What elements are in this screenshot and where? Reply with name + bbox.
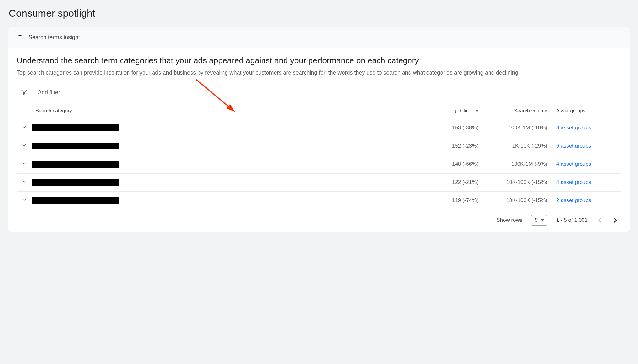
table-row: 122 (-21%) 10K-100K (-15%) 4 asset group… (17, 174, 621, 192)
asset-groups-link[interactable]: 4 asset groups (556, 161, 591, 167)
redacted-category (32, 179, 119, 186)
expand-row-icon[interactable] (21, 179, 27, 186)
rows-per-page-select[interactable]: 5 (531, 215, 547, 226)
search-terms-table: Search category ↓ Clic… Search volume As… (17, 103, 621, 210)
rows-per-page-value: 5 (535, 217, 537, 223)
asset-groups-link[interactable]: 3 asset groups (556, 125, 591, 131)
cell-volume: 1K-10K (-29%) (484, 143, 552, 149)
col-header-volume[interactable]: Search volume (484, 108, 552, 114)
insight-card: Search terms insight Understand the sear… (8, 27, 630, 232)
asset-groups-link[interactable]: 4 asset groups (556, 179, 591, 185)
next-page-button[interactable] (611, 216, 619, 224)
table-header: Search category ↓ Clic… Search volume As… (17, 103, 621, 119)
sparkle-icon (17, 33, 24, 41)
cell-volume: 10K-100K (-15%) (484, 179, 552, 185)
redacted-category (32, 143, 119, 149)
filter-row: Add filter (17, 86, 621, 103)
col-header-assets[interactable]: Asset groups (552, 108, 621, 114)
expand-row-icon[interactable] (21, 197, 27, 205)
cell-volume: 100K-1M (-9%) (484, 161, 552, 167)
pagination: Show rows 5 1 - 5 of 1,001 (17, 210, 621, 227)
show-rows-label: Show rows (496, 217, 522, 223)
filter-icon[interactable] (20, 88, 28, 97)
card-header-label: Search terms insight (29, 34, 80, 41)
col-header-clicks[interactable]: ↓ Clic… (418, 108, 484, 114)
insight-headline: Understand the search term categories th… (17, 55, 621, 66)
asset-groups-link[interactable]: 2 asset groups (556, 197, 591, 203)
cell-clicks: 122 (-21%) (418, 179, 484, 185)
cell-volume: 10K-100K (-15%) (484, 197, 552, 204)
card-body: Understand the search term categories th… (8, 48, 630, 232)
expand-row-icon[interactable] (21, 142, 27, 150)
expand-row-icon[interactable] (21, 160, 27, 168)
chevron-down-icon (541, 219, 544, 221)
table-row: 152 (-23%) 1K-10K (-29%) 6 asset groups (17, 137, 621, 155)
cell-clicks: 152 (-23%) (418, 143, 484, 149)
insight-subhead: Top search categories can provide inspir… (17, 69, 621, 77)
card-header: Search terms insight (8, 27, 630, 48)
table-row: 148 (-66%) 100K-1M (-9%) 4 asset groups (17, 155, 621, 174)
cell-clicks: 119 (-74%) (418, 197, 484, 204)
chevron-down-icon (475, 110, 478, 112)
cell-volume: 100K-1M (-10%) (484, 125, 552, 131)
page-title: Consumer spotlight (9, 8, 630, 19)
table-row: 119 (-74%) 10K-100K (-15%) 2 asset group… (17, 192, 621, 210)
col-header-category[interactable]: Search category (32, 108, 418, 114)
expand-row-icon[interactable] (21, 124, 27, 132)
asset-groups-link[interactable]: 6 asset groups (556, 143, 591, 149)
pagination-range: 1 - 5 of 1,001 (556, 217, 588, 223)
cell-clicks: 153 (-38%) (418, 125, 484, 131)
add-filter-button[interactable]: Add filter (38, 89, 60, 96)
redacted-category (32, 161, 119, 168)
cell-clicks: 148 (-66%) (418, 161, 484, 167)
col-header-clicks-label: Clic… (460, 108, 473, 114)
prev-page-button[interactable] (596, 216, 604, 224)
redacted-category (32, 124, 119, 131)
sort-descending-icon: ↓ (454, 108, 457, 114)
redacted-category (32, 197, 119, 204)
table-row: 153 (-38%) 100K-1M (-10%) 3 asset groups (17, 119, 621, 137)
